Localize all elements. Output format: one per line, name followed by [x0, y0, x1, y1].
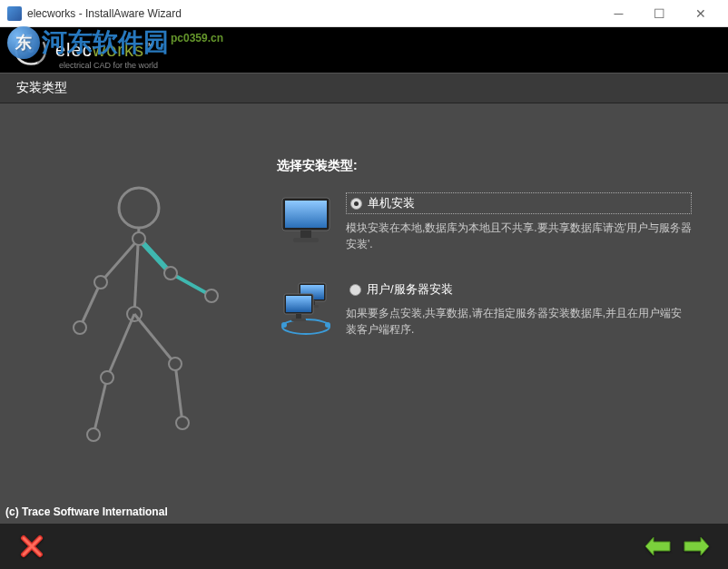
- svg-rect-35: [291, 319, 306, 321]
- brand-text: elecworks™: [55, 40, 154, 61]
- svg-point-26: [281, 322, 287, 328]
- brand-tagline: electrical CAD for the world: [59, 61, 158, 70]
- copyright-text: (c) Trace Software International: [5, 505, 168, 518]
- section-title: 安装类型: [16, 80, 67, 96]
- brand-header: elecworks™ electrical CAD for the world: [0, 27, 728, 73]
- radio-icon: [350, 198, 362, 210]
- option-standalone: 单机安装 模块安装在本地,数据库为本地且不共享.要共享数据库请选'用户与服务器安…: [277, 192, 701, 252]
- svg-line-16: [134, 314, 175, 364]
- svg-line-7: [101, 239, 139, 282]
- options-panel: 选择安装类型: 单机安装 模块安装在本地,数据库为本地且不共享.: [277, 103, 728, 524]
- radio-standalone[interactable]: 单机安装: [346, 192, 692, 214]
- svg-point-1: [119, 188, 159, 228]
- cancel-button[interactable]: [16, 533, 47, 560]
- svg-point-15: [87, 428, 100, 441]
- svg-point-27: [325, 322, 330, 328]
- svg-point-18: [169, 358, 182, 370]
- svg-rect-23: [300, 231, 311, 238]
- svg-point-5: [164, 267, 177, 280]
- logo-icon: [11, 30, 52, 71]
- maximize-button[interactable]: ☐: [639, 1, 680, 26]
- illustration-panel: [0, 103, 277, 524]
- close-button[interactable]: ✕: [680, 1, 721, 26]
- option-description: 如果要多点安装,共享数据,请在指定服务器安装数据库,并且在用户端安装客户端程序.: [346, 305, 692, 338]
- svg-point-25: [282, 319, 330, 334]
- svg-point-10: [74, 321, 86, 334]
- svg-point-0: [28, 47, 34, 53]
- svg-line-17: [175, 364, 182, 423]
- radio-icon: [349, 284, 361, 296]
- svg-rect-33: [286, 296, 311, 312]
- svg-point-20: [133, 232, 145, 245]
- radio-client-server[interactable]: 用户/服务器安装: [346, 280, 692, 299]
- options-heading: 选择安装类型:: [277, 158, 701, 174]
- minimize-button[interactable]: ─: [598, 1, 639, 26]
- svg-line-8: [80, 282, 101, 328]
- option-description: 模块安装在本地,数据库为本地且不共享.要共享数据库请选'用户与服务器安装'.: [346, 220, 692, 252]
- svg-point-19: [176, 417, 189, 429]
- option-label: 用户/服务器安装: [367, 281, 453, 298]
- svg-line-12: [107, 314, 134, 378]
- option-client-server: 用户/服务器安装 如果要多点安装,共享数据,请在指定服务器安装数据库,并且在用户…: [277, 280, 701, 338]
- titlebar: elecworks - InstallAware Wizard ─ ☐ ✕: [0, 0, 728, 27]
- section-title-bar: 安装类型: [0, 73, 728, 103]
- svg-point-14: [101, 371, 113, 384]
- svg-point-9: [94, 276, 107, 289]
- svg-rect-22: [285, 201, 327, 228]
- svg-rect-24: [293, 238, 319, 242]
- svg-line-13: [93, 378, 107, 435]
- next-button[interactable]: [681, 533, 712, 560]
- stick-figure-icon: [30, 173, 248, 455]
- back-button[interactable]: [643, 533, 674, 560]
- monitor-icon: [277, 192, 335, 250]
- footer-nav: [0, 524, 728, 569]
- window-title: elecworks - InstallAware Wizard: [27, 7, 182, 20]
- svg-rect-34: [296, 314, 301, 319]
- option-label: 单机安装: [368, 195, 415, 211]
- svg-point-6: [205, 289, 218, 302]
- app-icon: [7, 6, 22, 21]
- content-area: 选择安装类型: 单机安装 模块安装在本地,数据库为本地且不共享.: [0, 103, 728, 524]
- network-monitors-icon: [277, 280, 335, 338]
